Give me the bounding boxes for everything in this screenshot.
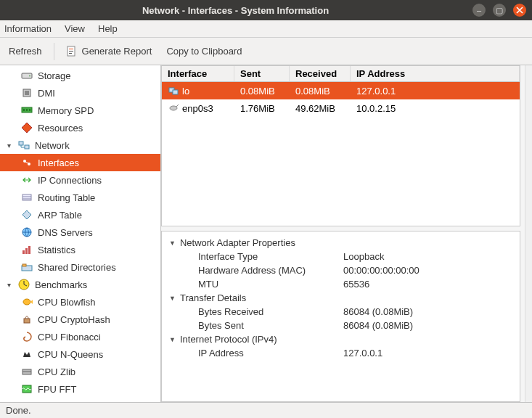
table-row[interactable]: enp0s3 1.76MiB 49.62MiB 10.0.2.15 [162, 99, 520, 117]
status-text: Done. [6, 405, 31, 416]
menu-help[interactable]: Help [98, 23, 118, 34]
sidebar-item-cpu-cryptohash[interactable]: CPU CryptoHash [0, 311, 160, 328]
ram-icon [20, 104, 33, 116]
svg-rect-29 [173, 90, 178, 94]
sidebar-item-statistics[interactable]: Statistics [0, 241, 160, 258]
detail-section: ▼Internet Protocol (IPv4)IP Address127.0… [162, 332, 520, 360]
tree-label: Shared Directories [38, 262, 116, 273]
sidebar-item-dns-servers[interactable]: DNS Servers [0, 224, 160, 241]
routing-icon [20, 192, 33, 203]
tree-label: Memory SPD [38, 105, 94, 116]
cell-received: 0.08MiB [290, 86, 351, 97]
svg-rect-2 [69, 51, 73, 52]
detail-key: Hardware Address (MAC) [198, 265, 343, 276]
tree-label: Network [35, 140, 70, 151]
titlebar: Network - Interfaces - System Informatio… [0, 0, 532, 20]
sidebar-item-shared-directories[interactable]: Shared Directories [0, 258, 160, 276]
sidebar-item-storage[interactable]: Storage [0, 67, 160, 84]
tree-label: Interfaces [38, 157, 79, 168]
triangle-down-icon: ▼ [169, 239, 176, 247]
tree-label: FPU FFT [38, 384, 76, 395]
tree-label: Resources [38, 123, 83, 134]
header-sent[interactable]: Sent [234, 66, 290, 81]
benchmarks-icon [17, 279, 30, 290]
svg-rect-22 [22, 264, 26, 266]
tree-label: Benchmarks [35, 279, 87, 290]
refresh-button[interactable]: Refresh [6, 44, 45, 59]
right-scrollbar[interactable] [525, 65, 532, 402]
tree-label: CPU CryptoHash [38, 314, 110, 325]
detail-value: 00:00:00:00:00:00 [343, 265, 420, 276]
sidebar-item-dmi[interactable]: DMI [0, 84, 160, 102]
sidebar-item-fpu-fft[interactable]: FPU FFT [0, 380, 160, 398]
detail-key: IP Address [198, 348, 343, 358]
svg-rect-3 [69, 53, 72, 54]
svg-rect-10 [26, 109, 28, 111]
sidebar-item-cpu-blowfish[interactable]: CPU Blowfish [0, 293, 160, 311]
sidebar-item-resources[interactable]: Resources [0, 119, 160, 136]
sidebar-item-routing-table[interactable]: Routing Table [0, 189, 160, 206]
detail-section-header[interactable]: ▼Internet Protocol (IPv4) [169, 332, 520, 346]
header-interface[interactable]: Interface [162, 66, 234, 81]
section-title: Transfer Details [180, 292, 246, 303]
detail-key: Bytes Sent [198, 320, 343, 331]
svg-rect-1 [69, 49, 73, 49]
table-row[interactable]: lo 0.08MiB 0.08MiB 127.0.0.1 [162, 82, 520, 99]
sidebar-item-memory-spd[interactable]: Memory SPD [0, 102, 160, 119]
expander-icon[interactable]: ▾ [4, 142, 13, 149]
detail-value: 127.0.0.1 [343, 348, 382, 358]
detail-section-header[interactable]: ▼Transfer Details [169, 291, 520, 305]
svg-rect-19 [25, 248, 28, 254]
detail-row: Hardware Address (MAC)00:00:00:00:00:00 [169, 263, 520, 277]
header-received[interactable]: Received [290, 66, 351, 81]
right-pane: Interface Sent Received IP Address lo 0.… [161, 65, 525, 402]
svg-rect-12 [19, 142, 23, 145]
crypto-icon [20, 314, 33, 325]
sidebar-item-ip-connections[interactable]: IP Connections [0, 171, 160, 189]
drive-icon [20, 70, 33, 81]
menubar: Information View Help [0, 20, 532, 38]
detail-value: 86084 (0.08MiB) [343, 320, 413, 331]
section-title: Internet Protocol (IPv4) [180, 334, 277, 345]
cell-ip: 127.0.0.1 [351, 86, 520, 97]
sidebar-item-cpu-zlib[interactable]: CPU Zlib [0, 363, 160, 380]
details-panel: ▼Network Adapter PropertiesInterface Typ… [161, 231, 520, 402]
header-ip[interactable]: IP Address [351, 66, 520, 81]
sidebar-item-interfaces[interactable]: Interfaces [0, 154, 160, 171]
detail-section-header[interactable]: ▼Network Adapter Properties [169, 236, 520, 250]
statusbar: Done. [0, 402, 532, 418]
cell-sent: 1.76MiB [234, 103, 290, 114]
sidebar-item-benchmarks[interactable]: ▾Benchmarks [0, 276, 160, 293]
copy-clipboard-button[interactable]: Copy to Clipboard [163, 44, 245, 59]
svg-rect-13 [25, 145, 29, 149]
menu-view[interactable]: View [65, 23, 85, 34]
resources-icon [20, 122, 33, 134]
detail-section: ▼Network Adapter PropertiesInterface Typ… [162, 236, 520, 291]
zlib-icon [20, 366, 33, 377]
minimize-button[interactable]: – [472, 4, 486, 17]
copy-clipboard-label: Copy to Clipboard [166, 46, 242, 57]
expander-icon[interactable]: ▾ [4, 281, 13, 289]
sidebar-tree[interactable]: StorageDMIMemory SPDResources▾NetworkInt… [0, 65, 161, 402]
sidebar-item-network[interactable]: ▾Network [0, 136, 160, 154]
generate-report-button[interactable]: Generate Report [63, 44, 155, 60]
refresh-label: Refresh [9, 46, 42, 57]
svg-rect-18 [22, 250, 25, 254]
sidebar-item-cpu-n-queens[interactable]: CPU N-Queens [0, 345, 160, 363]
sidebar-item-cpu-fibonacci[interactable]: CPU Fibonacci [0, 328, 160, 345]
detail-key: MTU [198, 279, 343, 290]
menu-information[interactable]: Information [4, 23, 52, 34]
cell-sent: 0.08MiB [234, 86, 290, 97]
svg-rect-9 [23, 109, 25, 111]
cell-received: 49.62MiB [290, 103, 351, 114]
maximize-button[interactable]: ▢ [493, 4, 506, 17]
sidebar-item-arp-table[interactable]: ARP Table [0, 206, 160, 224]
dns-icon [20, 226, 33, 238]
detail-row: Interface TypeLoopback [169, 250, 520, 263]
close-button[interactable] [513, 4, 526, 17]
blowfish-icon [20, 296, 33, 308]
tree-label: Storage [38, 70, 71, 81]
chip-icon [20, 87, 33, 99]
tree-label: CPU Fibonacci [38, 332, 101, 343]
toolbar-divider [54, 43, 54, 60]
